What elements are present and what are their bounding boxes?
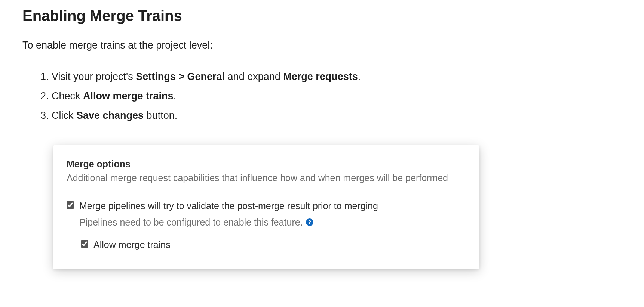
- step-bold: Save changes: [76, 110, 144, 121]
- merge-pipelines-label: Merge pipelines will try to validate the…: [79, 199, 378, 213]
- section-heading: Enabling Merge Trains: [22, 7, 622, 29]
- allow-merge-trains-checkbox[interactable]: [81, 240, 88, 248]
- step-text: button.: [144, 110, 177, 121]
- merge-options-panel: Merge options Additional merge request c…: [53, 145, 479, 270]
- step-text: .: [358, 71, 361, 82]
- step-bold: Settings > General: [136, 71, 225, 82]
- panel-subtitle: Additional merge request capabilities th…: [67, 173, 466, 183]
- allow-merge-trains-option: Allow merge trains: [81, 238, 466, 251]
- step-text: and expand: [225, 71, 283, 82]
- intro-text: To enable merge trains at the project le…: [22, 40, 622, 51]
- help-text: Pipelines need to be configured to enabl…: [79, 215, 303, 229]
- steps-list: Visit your project's Settings > General …: [52, 69, 622, 124]
- merge-pipelines-checkbox[interactable]: [67, 201, 74, 209]
- step-bold: Allow merge trains: [83, 90, 174, 102]
- panel-title: Merge options: [67, 159, 466, 170]
- step-text: .: [174, 90, 177, 102]
- step-text: Check: [52, 90, 83, 102]
- step-bold: Merge requests: [283, 71, 358, 82]
- allow-merge-trains-label: Allow merge trains: [93, 238, 171, 251]
- help-icon[interactable]: ?: [306, 218, 313, 226]
- step-text: Click: [52, 110, 76, 121]
- merge-pipelines-help: Pipelines need to be configured to enabl…: [79, 215, 466, 229]
- step-item: Click Save changes button.: [52, 108, 622, 124]
- step-item: Check Allow merge trains.: [52, 89, 622, 104]
- step-text: Visit your project's: [52, 71, 136, 82]
- step-item: Visit your project's Settings > General …: [52, 69, 622, 85]
- merge-pipelines-option: Merge pipelines will try to validate the…: [67, 199, 466, 213]
